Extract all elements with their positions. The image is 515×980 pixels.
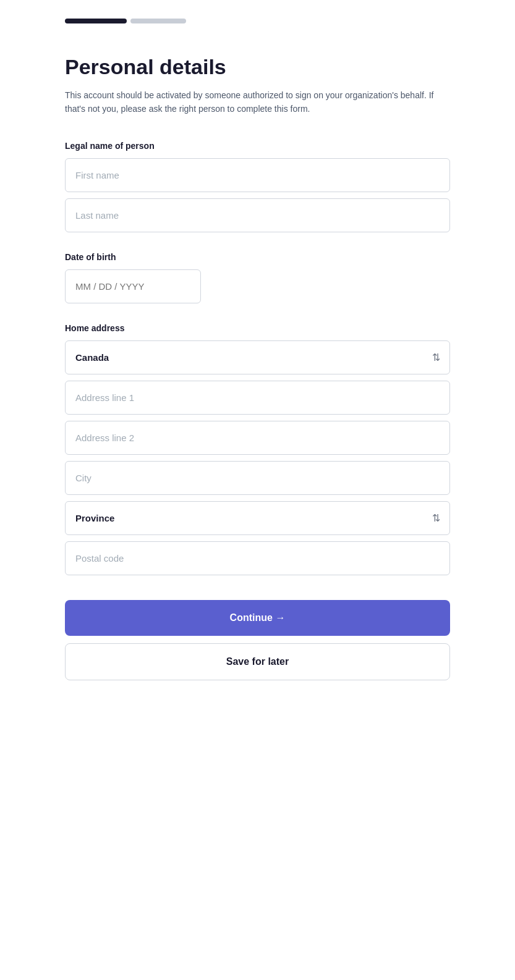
dob-label: Date of birth: [65, 252, 450, 262]
dob-input[interactable]: [65, 269, 201, 303]
progress-segment-1: [65, 19, 127, 23]
postal-code-input[interactable]: [65, 541, 450, 575]
page-subtitle: This account should be activated by some…: [65, 88, 450, 116]
province-select[interactable]: Province Alberta British Columbia Manito…: [65, 501, 450, 535]
first-name-input[interactable]: [65, 158, 450, 192]
country-select[interactable]: Canada United States United Kingdom: [65, 340, 450, 374]
legal-name-label: Legal name of person: [65, 141, 450, 151]
progress-bar: [65, 19, 450, 23]
dob-section: Date of birth: [65, 252, 450, 303]
home-address-section: Home address Canada United States United…: [65, 323, 450, 575]
country-select-wrapper: Canada United States United Kingdom ⇅: [65, 340, 450, 374]
progress-segment-2: [130, 19, 186, 23]
legal-name-section: Legal name of person: [65, 141, 450, 232]
address-line1-input[interactable]: [65, 381, 450, 415]
home-address-label: Home address: [65, 323, 450, 333]
last-name-input[interactable]: [65, 198, 450, 232]
continue-button[interactable]: Continue →: [65, 600, 450, 636]
buttons-section: Continue → Save for later: [65, 600, 450, 680]
save-later-button[interactable]: Save for later: [65, 643, 450, 680]
province-select-wrapper: Province Alberta British Columbia Manito…: [65, 501, 450, 535]
page-title: Personal details: [65, 54, 450, 80]
city-input[interactable]: [65, 461, 450, 495]
address-line2-input[interactable]: [65, 421, 450, 455]
